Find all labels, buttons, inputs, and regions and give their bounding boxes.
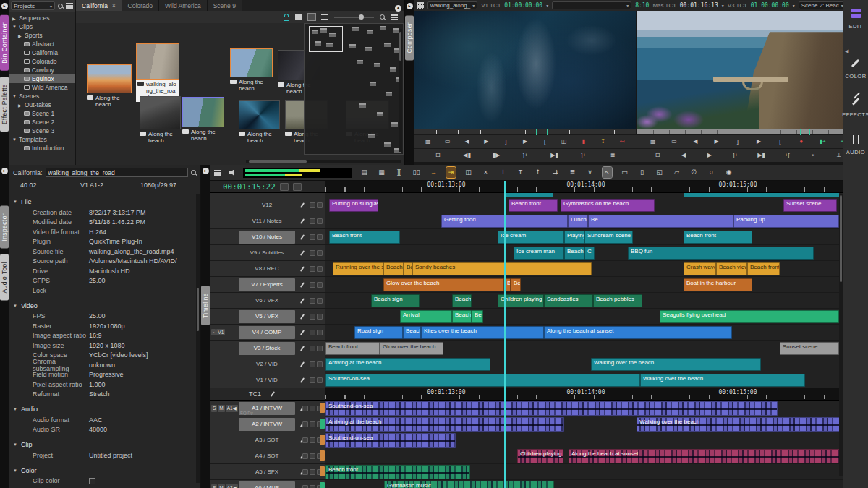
fast-menu-button[interactable]: ▦ bbox=[423, 137, 433, 146]
render-button[interactable]: ◉ bbox=[724, 167, 733, 178]
monitor-icon[interactable] bbox=[310, 202, 315, 208]
dock-item-audio[interactable]: AUDIO bbox=[846, 135, 865, 155]
monitor-icon[interactable] bbox=[310, 250, 315, 256]
clip-beach-front[interactable]: Beach front bbox=[747, 262, 780, 275]
tab-timeline[interactable]: Timeline bbox=[201, 286, 210, 325]
clip-lunch[interactable]: Lunch bbox=[568, 215, 588, 228]
unlock-icon[interactable] bbox=[284, 17, 289, 21]
waveform-icon[interactable] bbox=[302, 485, 308, 488]
timeline-scrollbar[interactable] bbox=[839, 194, 843, 476]
mark-in-button[interactable]: [ bbox=[540, 137, 550, 146]
list-view-icon[interactable] bbox=[321, 14, 328, 20]
step-back-1-button[interactable]: ◀▮ bbox=[462, 151, 472, 160]
splice-in-arrow-button[interactable]: ⇥ bbox=[446, 167, 456, 178]
clip-along-the-beach-at-sunset[interactable]: Along the beach at sunset bbox=[544, 326, 732, 339]
tree-item-abstract[interactable]: Abstract bbox=[9, 40, 75, 48]
dock-item-effects[interactable]: EFFECTS bbox=[842, 97, 868, 118]
automation-icon[interactable] bbox=[310, 485, 315, 488]
waveform-icon[interactable] bbox=[302, 406, 308, 411]
bin-tab-scene-9[interactable]: Scene 9 bbox=[208, 0, 242, 11]
overwrite-button[interactable]: ↧ bbox=[598, 137, 608, 146]
segment-extract-splice-button[interactable]: ▦ bbox=[377, 167, 386, 178]
clip-walking-over-the-beach[interactable]: Walking over the beach bbox=[640, 374, 805, 387]
waveform-icon[interactable] bbox=[302, 453, 308, 459]
clip-arrival[interactable]: Arrival bbox=[400, 310, 452, 323]
record-position-bar[interactable] bbox=[637, 129, 859, 134]
clip-sunset-scene[interactable]: Sunset scene bbox=[780, 342, 839, 355]
mark-clip-button[interactable]: ▮+ bbox=[817, 137, 827, 146]
record-monitor[interactable] bbox=[637, 11, 859, 129]
clip-kites-over-the-beach[interactable]: Kites over the beach bbox=[421, 326, 544, 339]
pointer-tool-button[interactable]: ↖ bbox=[603, 167, 612, 178]
panel-cycle-icon[interactable]: ▸ bbox=[203, 168, 209, 174]
lock-icon[interactable] bbox=[317, 234, 323, 240]
automation-icon[interactable] bbox=[310, 437, 315, 443]
track-patch[interactable]: SMA1◀ bbox=[211, 405, 237, 412]
close-icon[interactable]: × bbox=[112, 2, 116, 9]
clip-beach[interactable]: Beach bbox=[452, 294, 472, 307]
track-selector-v9-subtitles[interactable]: V9 / Subtitles bbox=[239, 247, 295, 260]
clip-beach-view[interactable]: Beach view bbox=[716, 262, 747, 275]
chevron-down-icon[interactable]: ▾ bbox=[546, 3, 548, 8]
chevron-down-icon[interactable]: ▾ bbox=[793, 3, 795, 8]
clip-beach-front[interactable]: Beach front bbox=[509, 199, 558, 212]
bin-menu-icon[interactable] bbox=[391, 14, 398, 20]
section-header-file[interactable]: ▼File bbox=[13, 196, 200, 207]
extract-button[interactable]: ⇉ bbox=[550, 167, 560, 178]
chevron-down-icon[interactable]: ▼ bbox=[12, 137, 17, 142]
clip-glow-over-the-beach[interactable]: Glow over the beach bbox=[380, 342, 443, 355]
clip-suncream-scene[interactable]: Suncream scene bbox=[584, 231, 633, 244]
automation-icon[interactable] bbox=[310, 469, 315, 475]
mark-out-button[interactable]: ] bbox=[501, 137, 511, 146]
tree-item-colorado[interactable]: Colorado bbox=[9, 57, 75, 66]
track-selector-v7-experts[interactable]: V7 / Experts bbox=[239, 278, 295, 291]
automation-icon[interactable] bbox=[310, 453, 315, 459]
cut-button[interactable]: × bbox=[481, 167, 490, 178]
step-back-1-button[interactable]: ◀ bbox=[678, 151, 689, 160]
pencil-icon[interactable] bbox=[300, 266, 305, 272]
track-selector-v10-notes[interactable]: V10 / Notes bbox=[239, 231, 295, 244]
tree-item-cowboy[interactable]: Cowboy bbox=[9, 66, 75, 74]
menu-icon[interactable] bbox=[66, 3, 73, 9]
camera-mode-button[interactable]: ▭ bbox=[620, 167, 629, 178]
effect-mode-button[interactable]: ▯ bbox=[637, 167, 647, 178]
step-fwd-10-button[interactable]: ▶ bbox=[481, 137, 491, 146]
section-header-color[interactable]: ▼Color bbox=[13, 465, 200, 476]
track-selector-v2-vid[interactable]: V2 / VID bbox=[239, 358, 295, 371]
pencil-icon[interactable] bbox=[300, 314, 305, 320]
thumb-size-slider[interactable] bbox=[334, 17, 374, 18]
toggle-client-monitor-button[interactable]: ▭ bbox=[669, 137, 679, 146]
clip-gymnastics-on-the-beach[interactable]: Gymnastics on the beach bbox=[561, 199, 655, 212]
automation-icon[interactable] bbox=[310, 421, 315, 427]
pencil-icon[interactable] bbox=[300, 234, 305, 240]
tree-item-wild-america[interactable]: Wild America bbox=[9, 83, 75, 92]
monitor-icon[interactable] bbox=[310, 298, 315, 304]
tree-item-templates[interactable]: ▼Templates bbox=[9, 135, 75, 144]
track-selector-v5-vfx[interactable]: V5 / VFX bbox=[239, 310, 295, 323]
section-header-audio[interactable]: ▼Audio bbox=[13, 403, 200, 415]
bin-pin-icon[interactable]: ● bbox=[395, 5, 401, 12]
monitor-icon[interactable] bbox=[310, 218, 315, 224]
track-selector-a5-sfx[interactable]: A5 / SFX bbox=[239, 466, 295, 479]
chevron-down-icon[interactable]: ▾ bbox=[722, 3, 724, 8]
play-in-to-out-button[interactable]: ]+ bbox=[579, 151, 589, 160]
playhead[interactable] bbox=[504, 181, 506, 488]
clip-be[interactable]: Be bbox=[472, 310, 483, 323]
pencil-icon[interactable] bbox=[300, 282, 305, 288]
transition-mode-button[interactable]: ◱ bbox=[655, 167, 664, 178]
panel-cycle-icon[interactable]: ▸ bbox=[1, 3, 8, 9]
clip-beach-front[interactable]: Beach front bbox=[684, 231, 752, 244]
chevron-right-icon[interactable]: ▶ bbox=[18, 33, 22, 38]
clip-sandy-beaches[interactable]: Sandy beaches bbox=[412, 262, 592, 275]
lock-icon[interactable] bbox=[317, 266, 323, 272]
dock-item-edit[interactable]: EDIT bbox=[848, 9, 862, 30]
splice-in-button[interactable]: ↤ bbox=[617, 137, 627, 146]
scene-dropdown[interactable]: Scene 2: Beac▾ bbox=[799, 1, 846, 9]
frame-view-icon[interactable] bbox=[295, 14, 302, 20]
clip-gymnastic-music[interactable]: Gymnastic music bbox=[384, 481, 554, 488]
clip-sunset-scene[interactable]: Sunset scene bbox=[783, 199, 837, 212]
pencil-icon[interactable] bbox=[300, 218, 305, 224]
fast-menu-button[interactable]: ▦ bbox=[648, 137, 658, 146]
split-view-button[interactable]: ◫ bbox=[559, 137, 569, 146]
bin-tab-colorado[interactable]: Colorado bbox=[122, 0, 160, 11]
